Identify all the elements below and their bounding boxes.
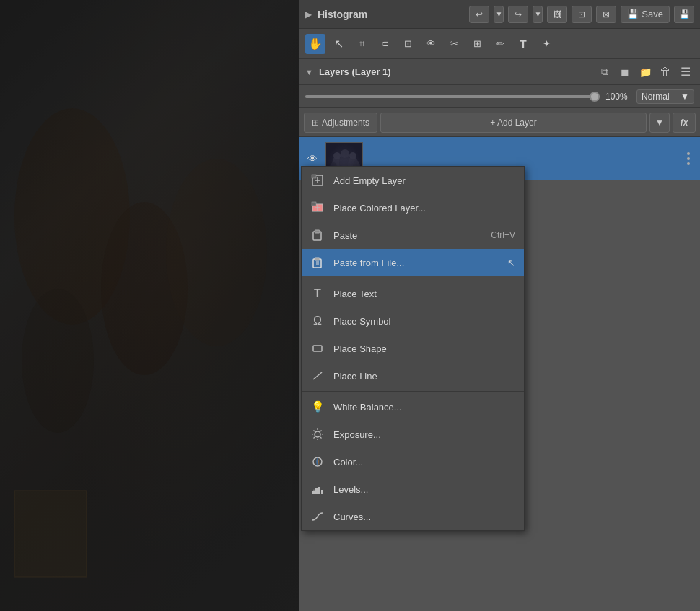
layers-header-icons: ⧉ ◼ 📁 🗑 ☰ [596, 63, 694, 81]
top-bar: ▶ Histogram ↩ ▼ ↪ ▼ 🖼 ⊡ ⊠ 💾 Save 💾 [299, 0, 700, 29]
menu-place-shape[interactable]: Place Shape [302, 335, 524, 362]
paste-from-file-icon [310, 255, 325, 270]
menu-color[interactable]: Color... [302, 448, 524, 475]
transform-button[interactable]: ⊠ [596, 6, 616, 23]
layers-arrow[interactable]: ▼ [305, 68, 313, 76]
opacity-fill [305, 95, 600, 98]
menu-curves[interactable]: Curves... [302, 503, 524, 530]
menu-place-colored-layer[interactable]: Place Colored Layer... [302, 194, 524, 221]
select-tool[interactable]: ↖ [328, 34, 349, 54]
layers-header: ▼ Layers (Layer 1) ⧉ ◼ 📁 🗑 ☰ [299, 59, 700, 85]
star-tool[interactable]: ✦ [536, 34, 556, 54]
layers-content: 👁 [299, 137, 700, 611]
svg-rect-40 [315, 488, 318, 494]
top-bar-icons: ↩ ▼ ↪ ▼ 🖼 ⊡ ⊠ 💾 Save 💾 [469, 6, 694, 23]
blend-mode-arrow: ▼ [681, 92, 689, 102]
menu-place-text[interactable]: T Place Text [302, 280, 524, 307]
exposure-label: Exposure... [333, 429, 515, 440]
svg-rect-42 [321, 490, 323, 494]
brush-tool[interactable]: ✏ [490, 34, 510, 54]
blend-mode-select[interactable]: Normal ▼ [636, 89, 694, 104]
paste-svg-icon [311, 229, 324, 242]
place-colored-layer-icon [310, 201, 325, 215]
lasso-tool[interactable]: ⊂ [375, 34, 395, 54]
layer-menu-button[interactable]: ☰ [677, 63, 694, 81]
menu-white-balance[interactable]: 💡 White Balance... [302, 393, 524, 421]
colored-layer-svg-icon [311, 201, 324, 214]
paste-icon [310, 228, 325, 242]
place-colored-layer-label: Place Colored Layer... [333, 203, 515, 214]
save-as-button[interactable]: 💾 [674, 6, 694, 23]
svg-point-29 [315, 431, 320, 437]
save-button[interactable]: 💾 Save [621, 6, 670, 23]
opacity-slider[interactable] [305, 95, 600, 98]
menu-paste-from-file[interactable]: Paste from File... ↖ [302, 249, 524, 276]
white-balance-icon: 💡 [310, 400, 325, 414]
svg-rect-18 [312, 175, 316, 178]
crop-button[interactable]: ⊡ [572, 6, 592, 23]
transform-tool[interactable]: ⌗ [351, 34, 372, 54]
svg-rect-26 [315, 258, 320, 260]
menu-add-empty-layer[interactable]: Add Empty Layer [302, 167, 524, 194]
color-label: Color... [333, 457, 515, 467]
opacity-thumb[interactable] [590, 92, 600, 102]
svg-rect-24 [315, 230, 320, 233]
add-layer-button[interactable]: + Add Layer [380, 113, 647, 133]
levels-icon [310, 482, 325, 496]
add-empty-layer-label: Add Empty Layer [333, 175, 515, 186]
histogram-arrow[interactable]: ▶ [305, 9, 312, 19]
menu-place-symbol[interactable]: Ω Place Symbol [302, 307, 524, 335]
add-layer-bar: ⊞ Adjustments + Add Layer ▼ fx [299, 108, 700, 137]
heal-tool[interactable]: ✂ [444, 34, 464, 54]
undo-dropdown[interactable]: ▼ [494, 6, 504, 23]
histogram-title: Histogram [318, 9, 367, 20]
menu-place-line[interactable]: Place Line [302, 362, 524, 390]
paste-from-file-label: Paste from File... [333, 258, 493, 268]
place-text-icon: T [310, 286, 325, 301]
menu-levels[interactable]: Levels... [302, 475, 524, 503]
add-empty-layer-icon [310, 173, 325, 188]
fx-button[interactable]: fx [673, 113, 696, 133]
menu-exposure[interactable]: Exposure... [302, 421, 524, 448]
layer-mask-button[interactable]: ◼ [616, 63, 634, 81]
svg-line-36 [320, 431, 322, 432]
svg-point-14 [349, 152, 356, 159]
svg-point-4 [166, 159, 267, 346]
layer-delete-button[interactable]: 🗑 [657, 63, 674, 81]
place-line-svg-icon [311, 369, 324, 382]
layers-title: Layers (Layer 1) [319, 66, 590, 77]
adjustments-label: Adjustments [322, 118, 369, 128]
fx-label: fx [681, 118, 688, 128]
svg-rect-20 [312, 202, 316, 206]
layer-copy-button[interactable]: ⧉ [596, 63, 613, 81]
svg-point-12 [333, 152, 341, 159]
add-layer-dropdown-button[interactable]: ▼ [649, 113, 670, 133]
dot3 [687, 162, 690, 165]
image-canvas [0, 0, 299, 611]
crop-tool[interactable]: ⊡ [398, 34, 418, 54]
adjustments-button[interactable]: ⊞ Adjustments [304, 113, 377, 133]
menu-paste[interactable]: Paste Ctrl+V [302, 221, 524, 249]
stamp-tool[interactable]: ⊞ [467, 34, 487, 54]
curves-icon [310, 509, 325, 524]
place-shape-svg-icon [311, 342, 324, 355]
hand-tool[interactable]: ✋ [305, 34, 325, 54]
curves-label: Curves... [333, 511, 515, 522]
text-tool[interactable]: T [513, 34, 533, 54]
layer-folder-button[interactable]: 📁 [636, 63, 654, 81]
save-label: Save [642, 9, 663, 19]
layer-options-button[interactable] [683, 144, 694, 173]
paste-shortcut: Ctrl+V [491, 230, 515, 240]
snapshot-button[interactable]: 🖼 [547, 6, 567, 23]
opacity-bar: 100% Normal ▼ [299, 85, 700, 108]
blend-mode-label: Normal [642, 92, 670, 102]
layer-visibility-toggle[interactable]: 👁 [305, 151, 320, 166]
redo-button[interactable]: ↪ [508, 6, 528, 23]
color-svg-icon [311, 455, 324, 468]
curves-svg-icon [311, 510, 324, 523]
eyedrop-tool[interactable]: 👁 [421, 34, 441, 54]
svg-point-3 [22, 289, 94, 433]
redo-dropdown[interactable]: ▼ [533, 6, 543, 23]
undo-button[interactable]: ↩ [469, 6, 489, 23]
menu-divider-2 [302, 391, 524, 392]
